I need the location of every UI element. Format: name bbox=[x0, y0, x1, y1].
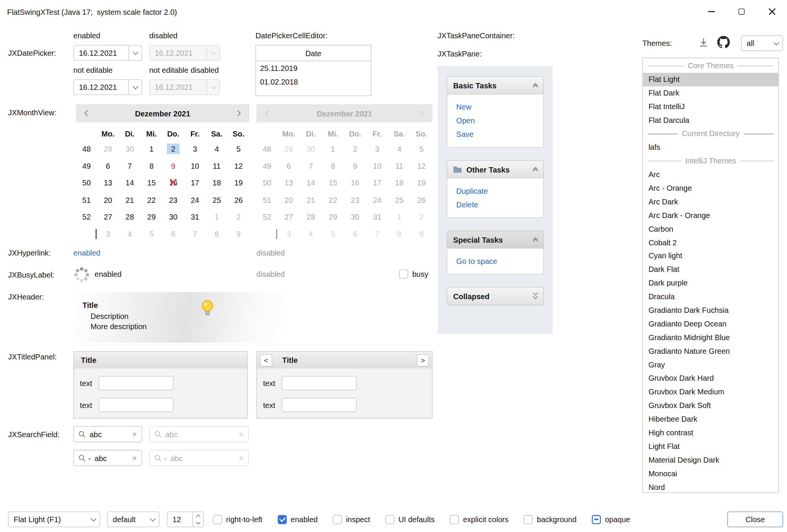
calendar-day-cell[interactable]: 7 bbox=[119, 157, 140, 174]
searchfield-value[interactable]: abc bbox=[90, 430, 129, 439]
calendar-day-cell[interactable]: 29 bbox=[141, 208, 162, 225]
table-column-header[interactable]: Date bbox=[256, 46, 371, 61]
datepicker-value[interactable]: 16.12.2021 bbox=[74, 46, 129, 60]
theme-list-item[interactable]: Dark Flat bbox=[643, 263, 778, 277]
calendar-day-cell[interactable] bbox=[76, 225, 97, 242]
calendar-day-cell[interactable]: 48 bbox=[76, 141, 97, 158]
calendar-day-cell[interactable]: 6 bbox=[162, 225, 184, 242]
calendar-day-cell[interactable]: 8 bbox=[206, 225, 228, 242]
option-checkbox[interactable]: opaque bbox=[592, 515, 630, 524]
theme-list-item[interactable]: Core Themes bbox=[643, 59, 778, 73]
checkbox-box[interactable] bbox=[385, 515, 394, 524]
spinner-value[interactable]: 12 bbox=[167, 512, 192, 527]
datepicker-dropdown-button[interactable] bbox=[129, 80, 142, 95]
theme-list-item[interactable]: Gradianto Midnight Blue bbox=[643, 331, 778, 345]
taskpane-header[interactable]: Collapsed bbox=[447, 287, 544, 305]
calendar-day-cell[interactable]: 30 bbox=[162, 208, 184, 225]
calendar-day-cell[interactable]: 1 bbox=[206, 208, 228, 225]
checkbox-box[interactable] bbox=[524, 515, 533, 524]
calendar-day-cell[interactable]: 18 bbox=[206, 174, 228, 191]
taskpane-header[interactable]: Other Tasks bbox=[447, 160, 544, 179]
datepicker-dropdown-button[interactable] bbox=[129, 46, 142, 60]
download-themes-button[interactable] bbox=[697, 36, 710, 49]
theme-list-item[interactable]: Flat Light bbox=[643, 73, 778, 86]
taskpane-action-link[interactable]: Go to space bbox=[456, 254, 543, 268]
theme-list-item[interactable]: Arc - Orange bbox=[643, 182, 778, 195]
calendar-day-cell[interactable]: 9 bbox=[228, 225, 249, 242]
theme-list-item[interactable]: Flat Darcula bbox=[643, 113, 778, 127]
theme-list-item[interactable]: lafs bbox=[643, 141, 778, 154]
calendar-day-cell[interactable]: 4 bbox=[206, 141, 228, 158]
close-window-button[interactable] bbox=[757, 0, 787, 23]
calendar-day-cell[interactable]: 31 bbox=[184, 208, 206, 225]
table-row[interactable]: 25.11.2019 bbox=[256, 61, 371, 75]
calendar-day-cell[interactable]: 21 bbox=[119, 191, 140, 209]
theme-list-item[interactable]: IntelliJ Themes bbox=[643, 154, 778, 168]
checkbox-box[interactable] bbox=[333, 515, 342, 524]
calendar-day-cell[interactable]: 23 bbox=[162, 191, 184, 209]
text-input[interactable] bbox=[99, 376, 173, 390]
themes-filter-combobox[interactable]: all bbox=[741, 35, 783, 51]
option-checkbox[interactable]: right-to-left bbox=[213, 515, 262, 524]
busy-checkbox[interactable]: busy bbox=[399, 269, 428, 278]
minimize-button[interactable] bbox=[696, 0, 726, 23]
calendar-day-cell[interactable]: 6 bbox=[97, 157, 119, 174]
calendar-day-cell[interactable]: 30 bbox=[119, 141, 140, 158]
theme-list-item[interactable]: Arc bbox=[643, 168, 778, 182]
calendar-day-cell[interactable]: 1 bbox=[141, 141, 162, 158]
taskpane-action-link[interactable]: Save bbox=[456, 127, 543, 141]
theme-list-item[interactable]: Gray bbox=[643, 358, 778, 372]
option-checkbox[interactable]: explicit colors bbox=[450, 515, 508, 524]
calendar-day-cell[interactable]: 3 bbox=[184, 141, 206, 158]
calendar-day-cell[interactable]: 52 bbox=[76, 208, 97, 225]
option-checkbox[interactable]: inspect bbox=[333, 515, 370, 524]
calendar-day-cell[interactable]: 29 bbox=[97, 141, 119, 158]
hyperlink-enabled[interactable]: enabled bbox=[73, 249, 100, 257]
checkbox-box[interactable] bbox=[277, 515, 286, 524]
calendar-day-cell[interactable]: 5 bbox=[228, 141, 249, 158]
theme-list-item[interactable]: Current Directory bbox=[643, 127, 778, 141]
taskpane-action-link[interactable]: Open bbox=[456, 114, 543, 127]
calendar-day-cell[interactable]: 25 bbox=[206, 191, 228, 209]
theme-list-item[interactable]: High contrast bbox=[643, 426, 778, 440]
theme-list-item[interactable]: Material Design Dark bbox=[643, 453, 778, 467]
theme-list-item[interactable]: Carbon bbox=[643, 222, 778, 236]
spinner-up-button[interactable] bbox=[193, 512, 203, 519]
clear-icon[interactable]: × bbox=[132, 430, 137, 439]
option-checkbox[interactable]: enabled bbox=[277, 515, 318, 524]
calendar-day-cell[interactable]: 2 bbox=[162, 141, 184, 158]
calendar-day-cell[interactable]: 7 bbox=[184, 225, 206, 242]
text-input[interactable] bbox=[282, 398, 357, 412]
calendar-day-cell[interactable]: 16 bbox=[162, 174, 184, 191]
calendar-day-cell[interactable]: 28 bbox=[119, 208, 140, 225]
checkbox-box[interactable] bbox=[213, 515, 222, 524]
theme-list-item[interactable]: Gradianto Nature Green bbox=[643, 345, 778, 358]
theme-list-item[interactable]: Gruvbox Dark Hard bbox=[643, 372, 778, 385]
theme-list-item[interactable]: Arc Dark - Orange bbox=[643, 209, 778, 222]
searchfield-value[interactable]: abc bbox=[94, 454, 128, 462]
taskpane-action-link[interactable]: Duplicate bbox=[456, 184, 543, 198]
themes-list[interactable]: Core Themes Flat Light Flat Dark Flat In… bbox=[642, 58, 779, 493]
theme-list-item[interactable]: Flat Dark bbox=[643, 86, 778, 100]
titledpanel-right-button[interactable]: > bbox=[417, 354, 429, 366]
calendar-day-cell[interactable]: 13 bbox=[97, 174, 119, 191]
theme-list-item[interactable]: Gradianto Deep Ocean bbox=[643, 317, 778, 331]
theme-list-item[interactable]: Cyan light bbox=[643, 250, 778, 263]
calendar-day-cell[interactable]: 14 bbox=[119, 174, 140, 191]
theme-list-item[interactable]: Flat IntelliJ bbox=[643, 100, 778, 113]
theme-list-item[interactable]: Dark purple bbox=[643, 276, 778, 290]
font-size-spinner[interactable]: 12 bbox=[167, 512, 204, 527]
clear-icon[interactable]: × bbox=[132, 454, 137, 462]
github-button[interactable] bbox=[716, 35, 730, 49]
theme-list-item[interactable]: Cobalt 2 bbox=[643, 236, 778, 250]
maximize-button[interactable] bbox=[726, 0, 757, 23]
calendar-day-cell[interactable]: 49 bbox=[76, 157, 97, 174]
theme-list-item[interactable]: Light Flat bbox=[643, 440, 778, 454]
theme-list-item[interactable]: Monocai bbox=[643, 467, 778, 480]
calendar-day-cell[interactable]: 3 bbox=[97, 225, 119, 242]
taskpane-header[interactable]: Basic Tasks bbox=[447, 76, 544, 94]
option-checkbox[interactable]: UI defaults bbox=[385, 515, 434, 524]
searchfield-menu-enabled[interactable]: abc × bbox=[73, 450, 142, 466]
laf-combobox[interactable]: Flat Light (F1) bbox=[8, 512, 100, 527]
calendar-day-cell[interactable]: 27 bbox=[97, 208, 119, 225]
